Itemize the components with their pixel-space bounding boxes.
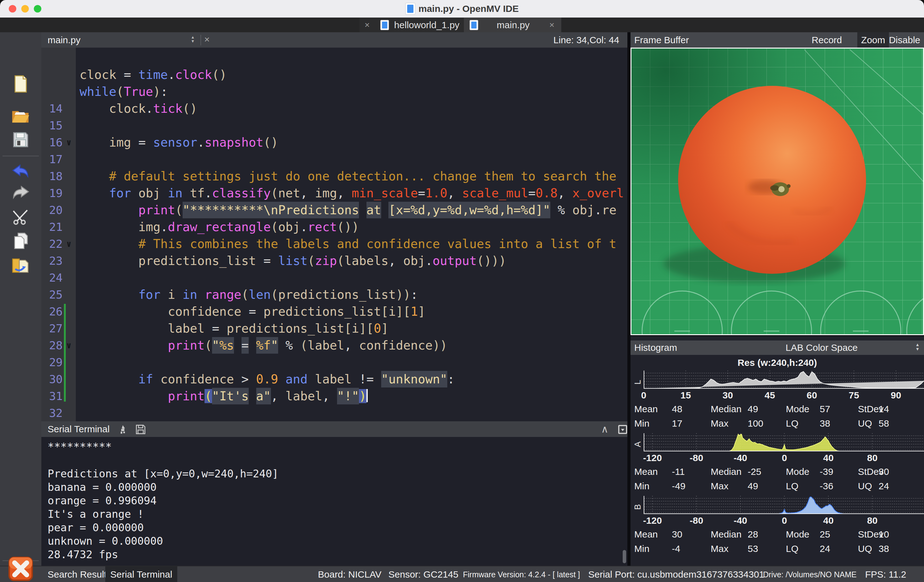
fold-icon [63,269,75,286]
code-line[interactable]: for obj in tf.classify(net, img, min_sca… [79,185,627,202]
channel-label: A [633,438,643,447]
line-number: 23 [41,252,76,269]
undo-icon[interactable] [12,163,30,181]
code-line[interactable] [79,354,627,371]
frame-buffer-view[interactable] [630,48,924,336]
status-tab-search-results[interactable]: Search Results [48,566,111,582]
gutter: 141516∨171819202122∨232425262728∨2930313… [41,48,76,421]
python-file-icon [405,3,415,15]
histogram-panel: Res (w:240,h:240) L0153045607590Mean48Me… [630,355,924,566]
fold-icon [63,185,75,202]
color-space-spinner-icon[interactable]: ▲▼ [915,341,920,351]
close-window-button[interactable] [9,5,16,13]
close-tab-icon[interactable]: × [363,20,371,30]
code-line[interactable]: label = predictions_list[i][0] [79,320,627,337]
cut-icon[interactable] [12,208,30,226]
status-item: Firmware Version: 4.2.4 - [ latest ] [463,566,580,582]
fold-icon [63,405,75,421]
clear-terminal-icon[interactable] [117,424,128,435]
line-number: 24 [41,269,76,286]
new-file-icon[interactable] [12,75,30,93]
line-number: 28∨ [41,337,76,354]
code-line[interactable]: predictions_list = list(zip(labels, obj.… [79,252,627,269]
code-line[interactable]: print("%s = %f" % (label, confidence)) [79,337,627,354]
close-editor-icon[interactable]: × [204,34,210,45]
minimize-window-button[interactable] [21,5,29,13]
tab-helloworld[interactable]: × helloworld_1.py [360,18,464,32]
line-number: 14 [41,100,76,117]
open-folder-icon[interactable] [12,107,30,125]
code-line[interactable]: clock = time.clock() [79,66,627,83]
tab-main[interactable]: main.py × [464,18,561,32]
code-line[interactable] [79,117,627,134]
channel-stats-row: Min17Max100LQ38UQ58 [630,416,924,431]
open-file-selector[interactable]: main.py [48,35,81,45]
fold-icon [63,219,75,236]
fold-icon [63,202,75,219]
divider [200,35,201,45]
line-number: 16∨ [41,134,76,151]
histogram-channel-l: L0153045607590Mean48Median49Mode57StDev1… [630,371,924,433]
serial-terminal-output[interactable]: ********** Predictions at [x=0,y=0,w=240… [41,437,627,566]
detach-panel-icon[interactable] [618,424,628,435]
fold-icon[interactable]: ∨ [63,134,75,151]
line-number: 20 [41,202,76,219]
code-line[interactable]: print("It's a", label, "!") [79,388,627,405]
paste-icon[interactable] [12,257,30,275]
collapse-panel-icon[interactable]: ∧ [601,423,612,434]
code-line[interactable]: while(True): [79,83,627,100]
code-line[interactable]: confidence = predictions_list[i][1] [79,303,627,320]
zoom-button[interactable]: Zoom [857,32,889,48]
code-editor[interactable]: 141516∨171819202122∨232425262728∨2930313… [41,48,627,421]
frame-buffer-title: Frame Buffer [634,35,689,45]
serial-terminal-header: Serial Terminal ∧ [41,421,627,437]
channel-stats-row: Min-49Max49LQ-36UQ24 [630,479,924,493]
code-line[interactable]: if confidence > 0.9 and label != "unknow… [79,371,627,388]
frame-buffer-header: Frame Buffer Record Zoom Disable [630,32,924,48]
line-number: 30 [41,371,76,388]
code-line[interactable]: clock.tick() [79,100,627,117]
code-line[interactable]: # This combines the labels and confidenc… [79,236,627,252]
line-number: 29 [41,354,76,371]
line-number: 19 [41,185,76,202]
disable-button[interactable]: Disable [885,32,924,48]
color-space-select[interactable]: LAB Color Space [785,342,858,353]
channel-stats-row: Mean48Median49Mode57StDev14 [630,402,924,416]
code-line[interactable]: print("**********\nPredictions at [x=%d,… [79,202,627,219]
code-line[interactable]: for i in range(len(predictions_list)): [79,286,627,303]
status-tab-serial-terminal[interactable]: Serial Terminal [105,566,177,582]
file-selector-spinner-icon[interactable]: ▲▼ [191,33,195,43]
code-line[interactable]: img = sensor.snapshot() [79,134,627,151]
panel-divider[interactable] [627,32,630,566]
redo-icon[interactable] [12,184,30,202]
code-line[interactable] [79,405,627,421]
line-number: 32 [41,405,76,421]
editor-header: main.py ▲▼ × Line: 34,Col: 44 [41,32,627,48]
frame-buffer-image [630,48,924,335]
code-line[interactable] [79,151,627,168]
channel-stats-row: Min-4Max53LQ24UQ38 [630,542,924,556]
stop-icon[interactable] [8,556,33,581]
save-log-icon[interactable] [135,424,146,435]
fold-icon[interactable]: ∨ [63,236,75,252]
save-icon[interactable] [12,130,30,149]
copy-icon[interactable] [12,232,30,250]
line-number: 22∨ [41,236,76,252]
maximize-window-button[interactable] [34,5,41,13]
status-item: FPS: 11.2 [865,566,906,582]
toolbar [0,32,42,566]
close-tab-icon[interactable]: × [548,20,556,30]
code-lines[interactable]: clock = time.clock()while(True): clock.t… [76,49,627,421]
code-line[interactable] [79,49,627,66]
openmv-ide-window: main.py - OpenMV IDE × helloworld_1.py m… [0,0,924,582]
code-line[interactable]: img.draw_rectangle(obj.rect()) [79,219,627,236]
code-line[interactable] [79,269,627,286]
axis-tick-labels: -120-80-4004080 [630,452,924,465]
line-number: 17 [41,151,76,168]
terminal-scrollbar[interactable] [623,550,626,563]
record-button[interactable]: Record [808,32,846,48]
line-number: 25 [41,286,76,303]
code-line[interactable]: # default settings just do one detection… [79,168,627,185]
text-cursor [366,389,368,402]
status-item: Drive: /Volumes/NO NAME [763,566,857,582]
